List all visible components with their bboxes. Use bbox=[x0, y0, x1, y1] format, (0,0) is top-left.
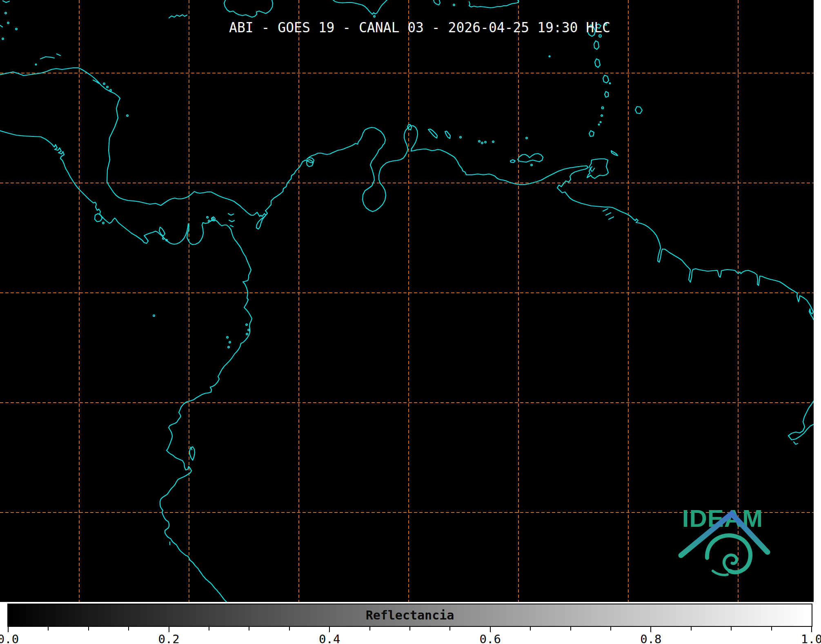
satellite-map: ABI - GOES 19 - CANAL 03 - 2026-04-25 19… bbox=[0, 0, 814, 602]
island-dot bbox=[460, 136, 461, 138]
island-dot bbox=[228, 346, 229, 348]
colorbar-tick-labels: 0.00.20.40.60.81.0 bbox=[8, 632, 812, 644]
colorbar-tick-label: 0.2 bbox=[158, 632, 179, 644]
island-dot bbox=[127, 115, 128, 116]
colorbar-minor-tick bbox=[409, 627, 410, 631]
island-dot bbox=[481, 142, 483, 144]
coastline bbox=[605, 91, 608, 97]
island-dot bbox=[153, 315, 155, 316]
colorbar-minor-tick bbox=[209, 627, 209, 631]
coastline bbox=[590, 167, 592, 172]
colorbar-minor-tick bbox=[369, 627, 370, 631]
island-dot bbox=[246, 324, 247, 325]
island-dot bbox=[102, 222, 104, 224]
coastline bbox=[788, 401, 814, 440]
island-dot bbox=[599, 124, 600, 125]
island-dot bbox=[36, 64, 37, 65]
colorbar-tick-label: 0.4 bbox=[319, 632, 340, 644]
island-dot bbox=[7, 22, 9, 24]
hurricane-swirl-inner-icon bbox=[724, 555, 736, 571]
island-dot bbox=[208, 220, 210, 222]
colorbar-minor-tick bbox=[530, 627, 531, 631]
colorbar-minor-tick bbox=[289, 627, 290, 631]
island-dot bbox=[374, 16, 375, 17]
island-dot bbox=[610, 83, 611, 84]
island-dot bbox=[229, 341, 231, 343]
island-dot bbox=[207, 216, 208, 218]
island-dot bbox=[107, 86, 108, 88]
island-dot bbox=[5, 12, 7, 14]
island-dot bbox=[601, 115, 603, 116]
coastline bbox=[603, 75, 609, 83]
coastline bbox=[518, 154, 543, 162]
island-dot bbox=[16, 28, 17, 30]
coastline bbox=[603, 209, 608, 211]
island-dot bbox=[248, 329, 249, 331]
colorbar-minor-tick bbox=[249, 627, 249, 631]
island-dot bbox=[602, 107, 604, 109]
coastline bbox=[333, 0, 387, 14]
hurricane-swirl-icon bbox=[707, 535, 750, 572]
coastline bbox=[469, 0, 519, 8]
right-margin bbox=[814, 0, 821, 644]
island-dot bbox=[212, 218, 214, 220]
coastline bbox=[229, 220, 234, 222]
colorbar-major-tick bbox=[811, 627, 812, 632]
coastline bbox=[40, 57, 54, 59]
coastline bbox=[606, 213, 611, 215]
coastline bbox=[595, 59, 600, 67]
colorbar-minor-tick bbox=[610, 627, 611, 631]
coastline bbox=[445, 131, 450, 138]
coastline bbox=[3, 1, 9, 2]
island-dot bbox=[478, 140, 480, 142]
map-title: ABI - GOES 19 - CANAL 03 - 2026-04-25 19… bbox=[229, 20, 610, 36]
colorbar-tick-label: 0.6 bbox=[480, 632, 501, 644]
coastline bbox=[0, 25, 2, 27]
colorbar-major-tick bbox=[8, 627, 9, 632]
coastline bbox=[594, 41, 599, 49]
colorbar-minor-tick bbox=[570, 627, 571, 631]
coastline bbox=[228, 214, 234, 215]
coastline bbox=[95, 214, 102, 222]
colorbar-minor-tick bbox=[771, 627, 772, 631]
ideam-logo: IDEAM bbox=[674, 509, 772, 603]
island-dot bbox=[162, 238, 164, 239]
hurricane-swirl-tail-icon bbox=[713, 571, 728, 575]
coastline bbox=[189, 447, 195, 460]
coastline bbox=[589, 131, 594, 136]
coastline bbox=[0, 131, 252, 602]
colorbar-label: Reflectancia bbox=[366, 608, 454, 622]
island-dot bbox=[110, 89, 111, 91]
island-dot bbox=[600, 122, 601, 123]
coastline bbox=[434, 0, 440, 5]
colorbar-minor-tick bbox=[128, 627, 129, 631]
colorbar-minor-tick bbox=[88, 627, 89, 631]
coastline bbox=[611, 151, 618, 156]
coastline bbox=[794, 442, 798, 444]
colorbar-minor-tick bbox=[731, 627, 732, 631]
island-dot bbox=[485, 141, 486, 143]
colorbar-tick-label: 1.0 bbox=[801, 632, 821, 644]
island-dot bbox=[531, 164, 532, 166]
coastline bbox=[428, 129, 437, 138]
island-dot bbox=[2, 38, 4, 40]
coastline bbox=[0, 68, 814, 320]
island-dot bbox=[227, 336, 228, 338]
island-dot bbox=[549, 56, 550, 57]
island-dot bbox=[453, 4, 455, 6]
figure-canvas: ABI - GOES 19 - CANAL 03 - 2026-04-25 19… bbox=[0, 0, 821, 644]
colorbar-minor-tick bbox=[691, 627, 692, 631]
coastline bbox=[230, 225, 233, 227]
coastline bbox=[609, 217, 614, 219]
colorbar-major-tick bbox=[329, 627, 330, 632]
coastline bbox=[224, 0, 273, 17]
colorbar-major-tick bbox=[169, 627, 169, 632]
coastline bbox=[510, 160, 515, 163]
coastline bbox=[593, 168, 594, 171]
colorbar-major-tick bbox=[490, 627, 491, 632]
coastline bbox=[635, 107, 642, 114]
colorbar-gradient: Reflectancia bbox=[7, 604, 812, 627]
colorbar-tick-label: 0.8 bbox=[640, 632, 661, 644]
colorbar-tick-label: 0.0 bbox=[0, 632, 19, 644]
colorbar-major-tick bbox=[650, 627, 651, 632]
